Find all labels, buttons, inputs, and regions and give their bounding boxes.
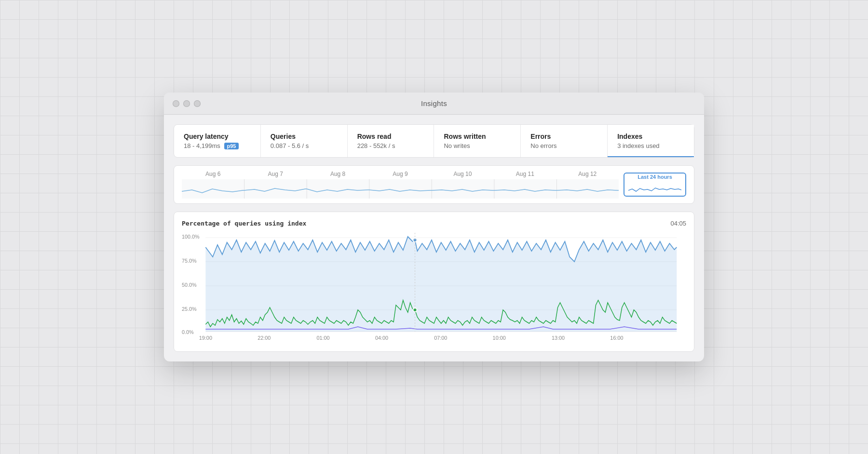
plot-area: 19:00 22:00 01:00 04:00 07:00 10:00 13:0… xyxy=(199,233,677,341)
chart-area: Percentage of queries using index 04:05 … xyxy=(174,212,694,352)
x-label-22: 22:00 xyxy=(258,335,271,341)
x-label-10: 10:00 xyxy=(493,335,506,341)
last24-sparkline xyxy=(628,182,681,195)
last24-label: Last 24 hours xyxy=(637,174,672,180)
metric-query-latency[interactable]: Query latency 18 - 4,199ms p95 xyxy=(174,125,261,157)
timeline-container: Aug 6 Aug 7 Aug 8 Aug 9 Aug 10 Aug 11 Au… xyxy=(174,165,694,204)
minimize-button[interactable] xyxy=(183,100,190,107)
main-content: Query latency 18 - 4,199ms p95 Queries 0… xyxy=(164,115,704,361)
main-chart-svg: 100.0% 75.0% 50.0% 25.0% 0.0% xyxy=(182,233,686,344)
y-label-100: 100.0% xyxy=(182,234,200,240)
date-aug12[interactable]: Aug 12 xyxy=(556,171,619,177)
titlebar: Insights xyxy=(164,93,704,115)
x-label-07: 07:00 xyxy=(434,335,447,341)
y-label-50: 50.0% xyxy=(182,282,197,288)
metric-rows-written-title: Rows written xyxy=(444,133,511,140)
metric-rows-read-title: Rows read xyxy=(357,133,424,140)
date-aug10[interactable]: Aug 10 xyxy=(432,171,494,177)
traffic-lights xyxy=(173,100,201,107)
maximize-button[interactable] xyxy=(194,100,201,107)
metric-rows-written[interactable]: Rows written No writes xyxy=(434,125,521,157)
y-label-75: 75.0% xyxy=(182,258,197,264)
x-label-19: 19:00 xyxy=(199,335,212,341)
x-label-01: 01:00 xyxy=(317,335,330,341)
metric-rows-read[interactable]: Rows read 228 - 552k / s xyxy=(348,125,434,157)
date-aug11[interactable]: Aug 11 xyxy=(494,171,556,177)
metric-errors-title: Errors xyxy=(530,133,597,140)
p95-badge: p95 xyxy=(224,143,239,149)
blue-area-fill xyxy=(205,237,677,332)
chart-title: Percentage of queries using index xyxy=(182,220,306,227)
date-aug7[interactable]: Aug 7 xyxy=(244,171,306,177)
metric-queries-title: Queries xyxy=(271,133,338,140)
metric-errors-value: No errors xyxy=(530,142,597,149)
metric-errors[interactable]: Errors No errors xyxy=(521,125,608,157)
x-label-16: 16:00 xyxy=(610,335,623,341)
x-label-04: 04:00 xyxy=(375,335,388,341)
app-window: Insights Query latency 18 - 4,199ms p95 … xyxy=(164,93,704,361)
date-aug8[interactable]: Aug 8 xyxy=(307,171,369,177)
window-title: Insights xyxy=(421,99,447,107)
chart-wrapper: 100.0% 75.0% 50.0% 25.0% 0.0% xyxy=(182,233,686,344)
y-label-0: 0.0% xyxy=(182,329,194,335)
chart-header: Percentage of queries using index 04:05 xyxy=(182,220,686,227)
metric-query-latency-title: Query latency xyxy=(184,133,251,140)
metric-query-latency-value: 18 - 4,199ms p95 xyxy=(184,142,251,149)
y-label-25: 25.0% xyxy=(182,306,197,312)
svg-rect-0 xyxy=(182,179,619,199)
close-button[interactable] xyxy=(173,100,179,107)
last24-selector[interactable]: Last 24 hours xyxy=(624,173,686,197)
metric-rows-read-value: 228 - 552k / s xyxy=(357,142,424,149)
metric-indexes[interactable]: Indexes 3 indexes used xyxy=(608,125,694,157)
date-aug6[interactable]: Aug 6 xyxy=(182,171,244,177)
chart-time: 04:05 xyxy=(670,220,686,227)
metric-queries-value: 0.087 - 5.6 / s xyxy=(271,142,338,149)
metric-indexes-value: 3 indexes used xyxy=(617,142,684,149)
timeline-sparkline xyxy=(182,179,619,199)
metric-indexes-title: Indexes xyxy=(617,133,684,140)
metric-queries[interactable]: Queries 0.087 - 5.6 / s xyxy=(261,125,348,157)
metric-rows-written-value: No writes xyxy=(444,142,511,149)
metrics-bar: Query latency 18 - 4,199ms p95 Queries 0… xyxy=(174,124,694,158)
date-aug9[interactable]: Aug 9 xyxy=(369,171,431,177)
x-label-13: 13:00 xyxy=(552,335,565,341)
